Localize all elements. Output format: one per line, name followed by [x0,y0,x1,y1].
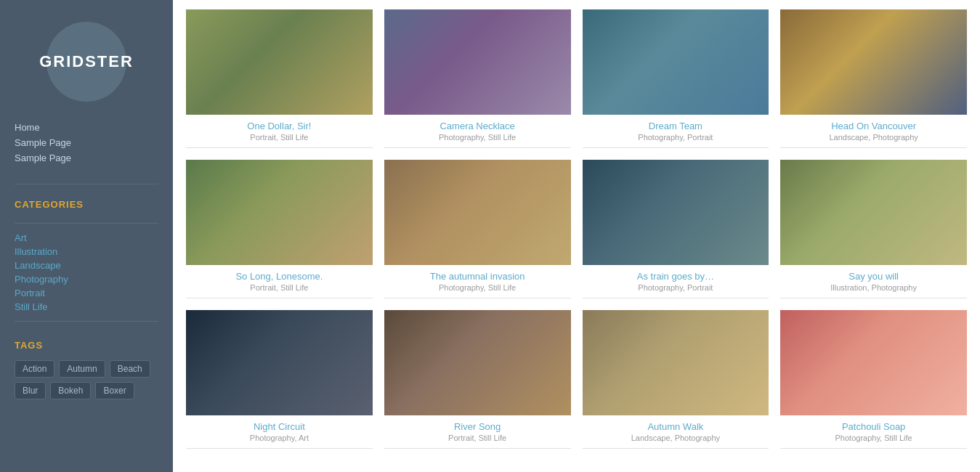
photo-title[interactable]: Autumn Walk [647,421,703,432]
photo-title[interactable]: Head On Vancouver [831,121,916,131]
sidebar-category-link[interactable]: Landscape [0,259,173,272]
tag-button[interactable]: Beach [110,360,150,378]
photo-categories: Portrait, Still Life [448,434,506,442]
tag-button[interactable]: Bokeh [50,382,91,399]
photo-thumbnail[interactable] [186,160,373,265]
photo-categories: Portrait, Still Life [250,283,308,292]
item-divider [186,448,373,449]
categories-divider [15,223,158,224]
logo-text: GRIDSTER [39,52,134,71]
photo-thumbnail[interactable] [583,310,769,415]
item-divider [186,298,373,298]
photo-title[interactable]: So Long, Lonesome. [235,271,323,282]
tag-button[interactable]: Action [15,360,54,378]
sidebar-category-link[interactable]: Art [0,231,173,245]
photo-thumbnail[interactable] [384,9,571,115]
photo-thumbnail[interactable] [780,9,967,115]
tags-grid: ActionAutumnBeachBlurBokehBoxer [15,360,158,399]
photo-categories: Landscape, Photography [631,434,720,442]
photo-categories: Photography, Art [250,434,309,442]
item-divider [583,298,769,298]
logo-area: GRIDSTER [0,0,173,120]
photo-categories: Portrait, Still Life [250,133,308,142]
item-divider [186,147,373,148]
categories-title: CATEGORIES [0,192,173,216]
photo-title[interactable]: The autumnal invasion [430,271,525,282]
grid-item: Head On VancouverLandscape, Photography [774,4,973,154]
photo-title[interactable]: Night Circuit [254,421,305,432]
item-divider [583,147,769,148]
photo-title[interactable]: One Dollar, Sir! [247,121,311,131]
photo-thumbnail[interactable] [583,160,769,265]
photo-title[interactable]: Camera Necklace [440,121,514,131]
logo-circle: GRIDSTER [46,22,126,102]
grid-item: Dream TeamPhotography, Portrait [577,4,775,154]
grid-item: As train goes by…Photography, Portrait [577,154,775,304]
photo-categories: Photography, Still Life [439,283,516,292]
photo-thumbnail[interactable] [780,160,967,265]
tag-button[interactable]: Boxer [95,382,134,399]
tags-title: TAGS [15,333,158,357]
photo-thumbnail[interactable] [384,160,571,265]
photo-categories: Photography, Still Life [835,434,912,442]
photo-title[interactable]: Patchouli Soap [842,421,905,432]
main-content: One Dollar, Sir!Portrait, Still LifeCame… [173,0,980,472]
item-divider [384,147,571,148]
grid-item: Camera NecklacePhotography, Still Life [378,4,577,154]
sidebar-nav-link[interactable]: Sample Page [15,150,158,166]
sidebar-category-link[interactable]: Still Life [0,300,173,314]
grid-item: River SongPortrait, Still Life [378,304,577,455]
sidebar: GRIDSTER HomeSample PageSample Page CATE… [0,0,173,472]
photo-categories: Illustration, Photography [830,283,917,292]
sidebar-category-link[interactable]: Photography [0,272,173,286]
grid-item: Autumn WalkLandscape, Photography [577,304,775,455]
photo-categories: Photography, Portrait [638,283,713,292]
photo-categories: Photography, Still Life [439,133,516,142]
photo-thumbnail[interactable] [186,9,373,115]
photo-title[interactable]: Dream Team [649,121,702,131]
photo-thumbnail[interactable] [583,9,769,115]
sidebar-category-link[interactable]: Illustration [0,245,173,259]
photo-title[interactable]: Say you will [849,271,899,282]
tags-area: TAGS ActionAutumnBeachBlurBokehBoxer [0,329,173,399]
photo-thumbnail[interactable] [186,310,373,415]
grid-item: Say you willIllustration, Photography [774,154,973,304]
sidebar-nav: HomeSample PageSample Page [0,120,173,176]
sidebar-nav-link[interactable]: Sample Page [15,135,158,150]
photo-title[interactable]: River Song [454,421,501,432]
grid-item: Night CircuitPhotography, Art [180,304,378,455]
photo-categories: Landscape, Photography [829,133,918,142]
grid-item: Patchouli SoapPhotography, Still Life [774,304,973,455]
photo-thumbnail[interactable] [780,310,967,415]
tag-button[interactable]: Autumn [59,360,105,378]
photo-thumbnail[interactable] [384,310,571,415]
item-divider [780,298,967,298]
tags-divider [15,321,158,322]
item-divider [384,448,571,449]
grid-item: The autumnal invasionPhotography, Still … [378,154,577,304]
photo-categories: Photography, Portrait [638,133,713,142]
nav-divider [15,184,158,184]
photo-grid: One Dollar, Sir!Portrait, Still LifeCame… [180,0,973,458]
item-divider [780,448,967,449]
photo-title[interactable]: As train goes by… [637,271,714,282]
sidebar-nav-link[interactable]: Home [15,120,158,135]
item-divider [780,147,967,148]
grid-item: So Long, Lonesome.Portrait, Still Life [180,154,378,304]
sidebar-category-link[interactable]: Portrait [0,286,173,300]
item-divider [384,298,571,298]
item-divider [583,448,769,449]
grid-item: One Dollar, Sir!Portrait, Still Life [180,4,378,154]
tag-button[interactable]: Blur [15,382,46,399]
